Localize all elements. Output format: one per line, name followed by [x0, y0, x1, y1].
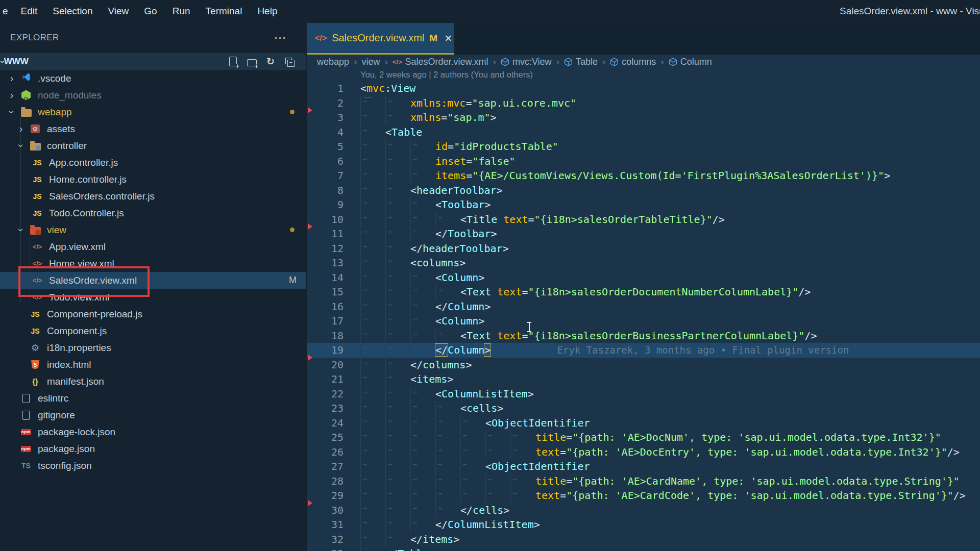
line-number[interactable]: 26 [307, 446, 344, 458]
breadcrumb-item-columns[interactable]: columns [610, 57, 656, 67]
chevron-down-icon[interactable]: › [15, 141, 27, 151]
tree-item-view[interactable]: ›view [0, 221, 306, 238]
line-number[interactable]: 15 [307, 286, 344, 298]
code-line-12[interactable]: 12</headerToolbar> [307, 241, 980, 256]
code-line-30[interactable]: 30</cells> [307, 503, 980, 518]
code-line-7[interactable]: 7items="{AE>/CustomViews/Views.Custom(Id… [307, 168, 980, 183]
menu-item-go[interactable]: Go [136, 6, 164, 17]
tree-item-todo-controller-js[interactable]: JSTodo.Controller.js [0, 205, 306, 221]
tree-item-eslintrc[interactable]: eslintrc [0, 390, 306, 407]
code-line-20[interactable]: 20</columns> [307, 358, 980, 372]
code-line-16[interactable]: 16</Column> [307, 299, 980, 314]
breadcrumb-item-column[interactable]: Column [669, 57, 712, 67]
code-line-29[interactable]: 29text="{path: 'AE>CardCode', type: 'sap… [307, 488, 980, 503]
code-line-11[interactable]: 11</Toolbar> [307, 227, 980, 241]
code-line-3[interactable]: 3xmlns="sap.m"> [307, 110, 980, 125]
code-line-8[interactable]: 8<headerToolbar> [307, 183, 980, 198]
tree-item-node-modules[interactable]: ›jsnode_modules [0, 87, 306, 104]
menu-item-edit[interactable]: Edit [13, 6, 45, 17]
tree-item-i18n-properties[interactable]: ⚙i18n.properties [0, 339, 306, 356]
tree-item-component-js[interactable]: JSComponent.js [0, 322, 306, 339]
tree-item-manifest-json[interactable]: {}manifest.json [0, 373, 306, 390]
line-number[interactable]: 4 [307, 126, 344, 138]
code-line-23[interactable]: 23<cells> [307, 401, 980, 416]
breadcrumb-item-table[interactable]: Table [564, 57, 598, 67]
menu-item-terminal[interactable]: Terminal [198, 6, 250, 17]
line-number[interactable]: 5 [307, 140, 344, 153]
code-line-17[interactable]: 17<Column> [307, 314, 980, 329]
line-number[interactable]: 12 [307, 242, 344, 255]
line-number[interactable]: 18 [307, 330, 344, 342]
tree-item-gitignore[interactable]: gitignore [0, 407, 306, 423]
chevron-right-icon[interactable]: › [7, 89, 16, 101]
code-line-9[interactable]: 9<Toolbar> [307, 197, 980, 212]
code-line-19[interactable]: 19</Column>Eryk Taszarek, 3 months ago •… [307, 343, 980, 358]
line-number[interactable]: 32 [307, 533, 344, 545]
code-line-31[interactable]: 31</ColumnListItem> [307, 517, 980, 532]
new-file-icon[interactable] [228, 57, 238, 67]
menu-item-view[interactable]: View [101, 6, 137, 17]
tree-item-package-json[interactable]: npmpackage.json [0, 440, 306, 457]
code-line-2[interactable]: 2xmlns:mvc="sap.ui.core.mvc" [307, 96, 980, 111]
line-number[interactable]: 22 [307, 388, 344, 400]
tree-item-app-controller-js[interactable]: JSApp.controller.js [0, 154, 306, 171]
code-line-5[interactable]: 5id="idProductsTable" [307, 139, 980, 154]
breadcrumb-item-webapp[interactable]: webapp [317, 57, 349, 67]
code-line-10[interactable]: 10<Title text="{i18n>salesOrderTableTitl… [307, 212, 980, 227]
line-number[interactable]: 27 [307, 460, 344, 472]
code-line-22[interactable]: 22<ColumnListItem> [307, 387, 980, 402]
code-line-26[interactable]: 26text="{path: 'AE>DocEntry', type: 'sap… [307, 445, 980, 460]
line-number[interactable]: 1 [307, 82, 344, 94]
collapse-all-icon[interactable] [284, 57, 295, 67]
code-line-32[interactable]: 32</items> [307, 532, 980, 547]
line-number[interactable]: 21 [307, 373, 344, 385]
code-line-27[interactable]: 27<ObjectIdentifier [307, 459, 980, 474]
chevron-down-icon[interactable]: › [15, 226, 27, 235]
explorer-more-icon[interactable]: ⋯ [274, 35, 286, 40]
code-line-25[interactable]: 25title="{path: 'AE>DocNum', type: 'sap.… [307, 430, 980, 445]
tree-item-assets[interactable]: ›⚙assets [0, 120, 306, 137]
codelens-annotation[interactable]: You, 2 weeks ago | 2 authors (You and ot… [360, 70, 533, 80]
code-line-6[interactable]: 6inset="false" [307, 154, 980, 169]
line-number[interactable]: 6 [307, 155, 344, 167]
tree-item-index-html[interactable]: 5index.html [0, 356, 306, 373]
code-line-21[interactable]: 21<items> [307, 372, 980, 387]
tree-item-salesorders-controller-js[interactable]: JSSalesOrders.controller.js [0, 188, 306, 205]
tree-item-package-lock-json[interactable]: npmpackage-lock.json [0, 423, 306, 440]
line-number[interactable]: 23 [307, 402, 344, 414]
code-line-15[interactable]: 15<Text text="{i18n>salesOrderDocumentNu… [307, 285, 980, 299]
code-line-14[interactable]: 14<Column> [307, 270, 980, 285]
tab-salesorder-view-xml[interactable]: </> SalesOrder.view.xml M × [307, 23, 454, 55]
code-editor[interactable]: You, 2 weeks ago | 2 authors (You and ot… [307, 69, 980, 551]
tree-item-vscode[interactable]: ›.vscode [0, 70, 306, 87]
close-icon[interactable]: × [445, 33, 452, 43]
breadcrumb-item-salesorder-view-xml[interactable]: </>SalesOrder.view.xml [393, 57, 488, 67]
line-number[interactable]: 16 [307, 300, 344, 313]
line-number[interactable]: 7 [307, 169, 344, 182]
line-number[interactable]: 31 [307, 518, 344, 531]
line-number[interactable]: 28 [307, 475, 344, 487]
tree-item-controller[interactable]: ›controller [0, 137, 306, 154]
workspace-section-header[interactable]: › WWW ↻ [0, 53, 306, 70]
chevron-right-icon[interactable]: › [7, 72, 16, 84]
code-line-13[interactable]: 13<columns> [307, 256, 980, 270]
menu-item-e[interactable]: e [0, 6, 13, 17]
menu-item-run[interactable]: Run [165, 6, 198, 17]
chevron-down-icon[interactable]: › [6, 108, 18, 117]
tree-item-home-controller-js[interactable]: JSHome.controller.js [0, 171, 306, 188]
menu-item-selection[interactable]: Selection [45, 6, 100, 17]
line-number[interactable]: 13 [307, 257, 344, 269]
menu-item-help[interactable]: Help [250, 6, 285, 17]
tree-item-tsconfig-json[interactable]: TStsconfig.json [0, 457, 306, 474]
code-line-33[interactable]: 33</Table> [307, 546, 980, 551]
refresh-icon[interactable]: ↻ [265, 57, 276, 67]
line-number[interactable]: 33 [307, 547, 344, 551]
line-number[interactable]: 17 [307, 315, 344, 327]
tree-item-app-view-xml[interactable]: </>App.view.xml [0, 238, 306, 255]
line-number[interactable]: 14 [307, 271, 344, 284]
breadcrumb-item-mvc-view[interactable]: mvc:View [501, 57, 552, 67]
new-folder-icon[interactable] [247, 57, 257, 67]
code-line-18[interactable]: 18<Text text="{i18n>salesOrderBusinessPa… [307, 329, 980, 343]
breadcrumb-item-view[interactable]: view [361, 57, 380, 67]
tree-item-component-preload-js[interactable]: JSComponent-preload.js [0, 306, 306, 322]
